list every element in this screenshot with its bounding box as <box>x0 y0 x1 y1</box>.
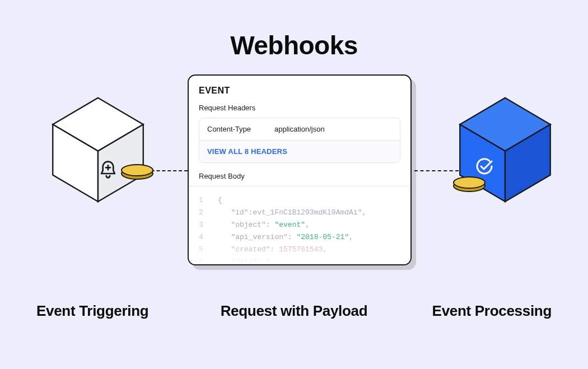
event-card: EVENT Request Headers Content-Type appli… <box>188 74 412 265</box>
label-event-processing: Event Processing <box>432 302 552 320</box>
header-row: Content-Type application/json <box>199 118 400 140</box>
code-text: "api_version": "2018-05-21", <box>218 231 353 244</box>
code-line: 2 "id":evt_1FnC1B1293mdKl9AmdAi", <box>199 207 400 219</box>
header-key: Content-Type <box>207 125 274 133</box>
line-number: 6 <box>199 256 218 264</box>
code-text: "data": { <box>218 256 270 264</box>
stage-labels: Event Triggering Request with Payload Ev… <box>0 302 588 320</box>
check-circle-icon <box>475 157 494 176</box>
code-text: "created": 1575761543, <box>218 244 327 256</box>
header-value: application/json <box>274 125 325 133</box>
line-number: 2 <box>199 207 218 219</box>
diagram-stage: EVENT Request Headers Content-Type appli… <box>0 78 588 280</box>
coin-right <box>452 176 486 191</box>
view-all-headers-button[interactable]: VIEW ALL 8 HEADERS <box>199 140 400 162</box>
code-line: 1{ <box>199 194 400 207</box>
headers-box: Content-Type application/json VIEW ALL 8… <box>199 118 400 163</box>
coin-left <box>120 164 154 179</box>
diagram-title: Webhooks <box>230 30 358 60</box>
line-number: 5 <box>199 244 218 256</box>
line-number: 4 <box>199 231 218 244</box>
label-event-triggering: Event Triggering <box>36 302 148 320</box>
line-number: 1 <box>199 194 218 207</box>
event-triggering-cube <box>48 95 148 202</box>
code-line: 6 "data": { <box>199 256 400 264</box>
bell-plus-icon <box>99 160 117 180</box>
label-request-payload: Request with Payload <box>221 302 368 320</box>
svg-point-11 <box>454 177 485 188</box>
code-text: "id":evt_1FnC1B1293mdKl9AmdAi", <box>218 207 366 219</box>
request-body-code: 1{2 "id":evt_1FnC1B1293mdKl9AmdAi",3 "ob… <box>189 186 410 264</box>
code-text: { <box>218 194 222 207</box>
line-number: 3 <box>199 219 218 231</box>
svg-point-4 <box>122 165 153 176</box>
event-card-title: EVENT <box>199 86 400 96</box>
code-line: 4 "api_version": "2018-05-21", <box>199 231 400 244</box>
request-headers-label: Request Headers <box>199 104 400 112</box>
code-text: "object": "event", <box>218 219 310 231</box>
code-line: 3 "object": "event", <box>199 219 400 231</box>
code-line: 5 "created": 1575761543, <box>199 244 400 256</box>
request-body-label: Request Body <box>199 172 400 180</box>
